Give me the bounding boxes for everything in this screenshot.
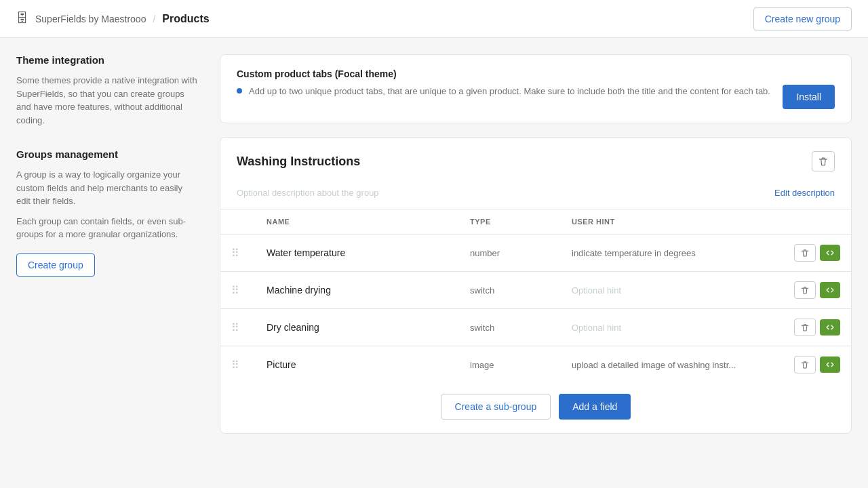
theme-section-title: Theme integration [16, 54, 198, 66]
fields-table: NAME TYPE USER HINT ⠿ Water temperature … [220, 209, 851, 383]
app-name: SuperFields by Maestrooo [35, 14, 146, 24]
groups-section-desc1: A group is a way to logically organize y… [16, 168, 198, 208]
field-name-cell: Dry cleaning [256, 309, 459, 346]
content-area: Custom product tabs (Focal theme) Add up… [220, 54, 852, 447]
field-type-cell: number [459, 235, 561, 272]
field-type-cell: switch [459, 309, 561, 346]
drag-handle-cell: ⠿ [220, 272, 256, 309]
description-placeholder: Optional description about the group [237, 188, 379, 198]
code-icon [825, 285, 835, 295]
theme-integration-card: Custom product tabs (Focal theme) Add up… [220, 54, 852, 123]
delete-field-button[interactable] [794, 356, 816, 373]
group-header: Washing Instructions [220, 138, 851, 182]
page-title: Products [162, 13, 209, 25]
field-hint-cell: upload a detailed image of washing instr… [561, 346, 783, 384]
add-field-button[interactable]: Add a field [559, 394, 631, 420]
trash-icon [800, 285, 810, 295]
col-name-header: NAME [256, 209, 459, 235]
description-row: Optional description about the group Edi… [220, 182, 851, 209]
table-footer: Create a sub-group Add a field [220, 383, 851, 433]
field-actions-cell [783, 346, 851, 384]
create-sub-group-button[interactable]: Create a sub-group [441, 394, 551, 420]
theme-card-row: Add up to two unique product tabs, that … [237, 85, 835, 109]
drag-handle-icon[interactable]: ⠿ [231, 285, 245, 296]
field-actions-cell [783, 235, 851, 272]
install-button[interactable]: Install [783, 85, 835, 109]
groups-section-title: Groups management [16, 148, 198, 160]
code-field-button[interactable] [820, 357, 840, 373]
breadcrumb-separator: / [153, 14, 155, 24]
theme-section-desc: Some themes provide a native integration… [16, 74, 198, 127]
field-name-cell: Machine drying [256, 272, 459, 309]
trash-icon [800, 323, 810, 332]
breadcrumb: 🗄 SuperFields by Maestrooo / Products [16, 12, 210, 26]
code-field-button[interactable] [820, 319, 840, 336]
create-new-group-button[interactable]: Create new group [753, 7, 852, 30]
code-icon [825, 248, 835, 258]
database-icon: 🗄 [16, 12, 28, 26]
field-type-cell: switch [459, 272, 561, 309]
col-drag-header [220, 209, 256, 235]
code-field-button[interactable] [820, 245, 840, 261]
table-row: ⠿ Machine drying switch Optional hint [220, 272, 851, 309]
trash-icon [800, 360, 810, 369]
field-actions-cell [783, 272, 851, 309]
drag-handle-icon[interactable]: ⠿ [231, 322, 245, 333]
field-hint-cell: Optional hint [561, 309, 783, 346]
theme-card-description: Add up to two unique product tabs, that … [249, 85, 774, 98]
field-name-cell: Water temperature [256, 235, 459, 272]
table-row: ⠿ Picture image upload a detailed image … [220, 346, 851, 384]
field-actions-cell [783, 309, 851, 346]
theme-card-title: Custom product tabs (Focal theme) [237, 68, 835, 79]
delete-group-button[interactable] [812, 151, 835, 171]
code-field-button[interactable] [820, 282, 840, 298]
delete-field-button[interactable] [794, 281, 816, 299]
groups-section-desc2: Each group can contain fields, or even s… [16, 215, 198, 241]
main-layout: Theme integration Some themes provide a … [0, 38, 868, 464]
field-type-cell: image [459, 346, 561, 384]
col-actions-header [783, 209, 851, 235]
drag-handle-cell: ⠿ [220, 235, 256, 272]
drag-handle-cell: ⠿ [220, 309, 256, 346]
edit-description-link[interactable]: Edit description [774, 188, 835, 198]
delete-field-button[interactable] [794, 244, 816, 262]
group-management-card: Washing Instructions Optional descriptio… [220, 137, 852, 434]
code-icon [825, 323, 835, 332]
table-header-row: NAME TYPE USER HINT [220, 209, 851, 235]
drag-handle-icon[interactable]: ⠿ [231, 247, 245, 259]
col-type-header: TYPE [459, 209, 561, 235]
field-hint-cell: Optional hint [561, 272, 783, 309]
sidebar: Theme integration Some themes provide a … [16, 54, 220, 447]
delete-field-button[interactable] [794, 319, 816, 336]
create-group-button[interactable]: Create group [16, 253, 95, 277]
trash-icon [800, 248, 810, 258]
header: 🗄 SuperFields by Maestrooo / Products Cr… [0, 0, 868, 38]
table-row: ⠿ Water temperature number indicate temp… [220, 235, 851, 272]
blue-dot-icon [237, 88, 242, 94]
drag-handle-cell: ⠿ [220, 346, 256, 384]
table-row: ⠿ Dry cleaning switch Optional hint [220, 309, 851, 346]
col-hint-header: USER HINT [561, 209, 783, 235]
sidebar-theme-section: Theme integration Some themes provide a … [16, 54, 198, 127]
drag-handle-icon[interactable]: ⠿ [231, 359, 245, 371]
field-name-cell: Picture [256, 346, 459, 384]
sidebar-groups-section: Groups management A group is a way to lo… [16, 148, 198, 277]
field-hint-cell: indicate temperature in degrees [561, 235, 783, 272]
group-title: Washing Instructions [237, 155, 360, 169]
trash-icon [818, 156, 829, 167]
code-icon [825, 360, 835, 369]
